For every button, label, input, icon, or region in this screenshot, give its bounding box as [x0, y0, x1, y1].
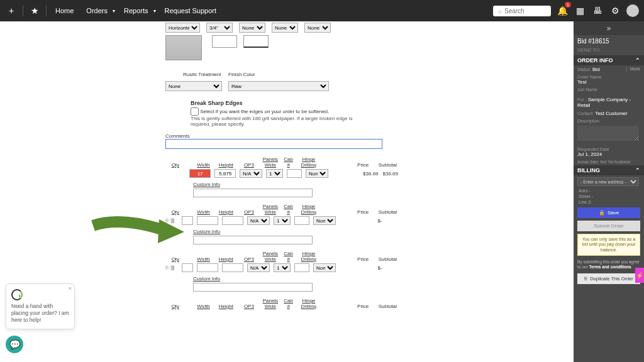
bid-title: Bid #18615 — [574, 35, 644, 47]
cab-input[interactable] — [294, 263, 309, 272]
qty-input[interactable] — [182, 263, 193, 272]
width-input[interactable] — [197, 216, 218, 225]
save-button[interactable]: 🔒Save — [577, 207, 640, 218]
chevron-down-icon: ▾ — [113, 8, 115, 14]
bolt-tab[interactable]: ⚡ — [635, 268, 644, 283]
actdate: Actual date: Not Yet Available — [577, 160, 640, 164]
material-swatch — [165, 35, 202, 60]
nav-home[interactable]: Home — [52, 4, 77, 17]
star-icon[interactable]: ★ — [28, 4, 41, 17]
terms-text: By submitting this order you agree to ou… — [574, 258, 644, 271]
hinge-select[interactable]: None — [306, 169, 328, 178]
col-qty: Qty — [170, 162, 180, 168]
gear-icon[interactable]: ⚙ — [609, 4, 621, 17]
grain-select[interactable]: Horizontal — [165, 23, 200, 33]
nav-reports[interactable]: Reports — [120, 4, 152, 17]
line-subtotal: $36.69 — [382, 171, 398, 177]
col-width: Width — [194, 209, 213, 215]
op3-select[interactable]: N/A — [247, 216, 270, 225]
col-width: Width — [194, 162, 213, 168]
close-icon[interactable]: × — [69, 285, 72, 293]
height-input[interactable] — [222, 216, 243, 225]
col-panels: Panels Wide — [263, 156, 278, 168]
col-op3: OP3 — [239, 256, 258, 262]
search-box[interactable]: ⌕ — [493, 6, 551, 16]
line-row: N/A 1 None $36.69 $36.69 — [165, 169, 398, 178]
col-panels: Panels Wide — [263, 251, 278, 262]
finish-select[interactable]: Raw — [228, 81, 329, 91]
col-panels: Panels Wide — [263, 204, 278, 215]
desc-label: Description — [577, 119, 640, 123]
col-hinge: Hinge Drilling — [299, 298, 318, 309]
panels-select[interactable]: 1 — [274, 263, 291, 272]
nav-support[interactable]: Request Support — [161, 4, 221, 17]
custom-info-input[interactable] — [193, 283, 313, 292]
chevron-up-icon[interactable]: ⌃ — [635, 167, 640, 173]
custom-info-input[interactable] — [193, 189, 313, 197]
bell-icon[interactable]: 🔔1 — [556, 4, 569, 17]
nav-orders[interactable]: Orders — [82, 4, 111, 17]
hinge-select[interactable]: None — [313, 263, 336, 272]
chat-bubble-icon[interactable]: 💬 — [6, 336, 23, 353]
op3-select[interactable]: N/A — [247, 263, 270, 272]
custom-info-link[interactable]: Custom Info — [193, 276, 398, 282]
chat-message: Need a hand with placing your order? I a… — [11, 303, 69, 323]
break-edges-label: Select if you want the edges on your ord… — [200, 109, 329, 114]
width-input[interactable] — [197, 263, 218, 272]
more-link[interactable]: ⋮ More — [625, 67, 640, 72]
search-input[interactable] — [504, 8, 542, 14]
op3-select[interactable]: N/A — [240, 169, 262, 178]
rustic-label: Rustic Treatment — [183, 72, 222, 77]
desc-textarea[interactable] — [577, 126, 639, 141]
chevron-up-icon[interactable]: ⌃ — [635, 57, 640, 63]
collapse-icon[interactable]: » — [574, 21, 644, 35]
edge2-select[interactable]: None — [272, 23, 298, 33]
profile1 — [212, 35, 237, 48]
comments-input[interactable] — [165, 139, 382, 149]
terms-link[interactable]: Terms and conditions — [589, 265, 631, 269]
contact-value: Test Customer — [595, 111, 628, 116]
panels-select[interactable]: 1 — [266, 169, 283, 178]
sendto-label: SEND TO — [574, 47, 644, 55]
edge3-select[interactable]: None — [304, 23, 331, 33]
panels-select[interactable]: 1 — [274, 216, 291, 225]
break-edges-check[interactable] — [191, 107, 199, 116]
break-edges-title: Break Sharp Edges — [191, 100, 398, 106]
thickness-select[interactable]: 3/4" — [206, 23, 233, 33]
hinge-select[interactable]: None — [313, 216, 336, 225]
avatar[interactable] — [626, 4, 639, 17]
height-input[interactable] — [214, 169, 236, 178]
print-icon[interactable]: 🖶 — [591, 4, 604, 17]
rustic-select[interactable]: None — [165, 81, 222, 91]
custom-info-link[interactable]: Custom Info — [193, 182, 398, 187]
addr-line2: Line 2: — [574, 199, 644, 205]
custom-info-input[interactable] — [193, 236, 313, 244]
add-icon[interactable]: + — [5, 4, 18, 17]
copy-icon[interactable]: ⎘ — [165, 265, 169, 271]
custom-info-link[interactable]: Custom Info — [193, 229, 398, 234]
line-price: $- — [370, 218, 382, 224]
col-op3: OP3 — [239, 162, 258, 168]
height-input[interactable] — [222, 263, 243, 272]
col-subtotal: Subtotal — [377, 256, 398, 262]
delete-icon[interactable]: 🗑 — [170, 265, 175, 271]
cab-input[interactable] — [287, 169, 302, 178]
edge1-select[interactable]: None — [239, 23, 265, 33]
address-select[interactable]: - Enter a new address - — [577, 177, 639, 186]
col-hinge: Hinge Drilling — [299, 251, 318, 262]
col-price: Price — [353, 162, 374, 168]
col-hinge: Hinge Drilling — [299, 156, 318, 168]
divider — [23, 5, 23, 16]
order-info-header[interactable]: ORDER INFO — [577, 57, 613, 63]
width-input[interactable] — [189, 169, 211, 178]
col-subtotal: Subtotal — [377, 304, 398, 309]
comments-label: Comments — [165, 133, 398, 139]
col-price: Price — [353, 256, 374, 262]
divider — [46, 5, 47, 16]
submit-button: Submit Order — [577, 221, 640, 231]
cab-input[interactable] — [294, 216, 309, 225]
billing-header[interactable]: BILLING — [577, 167, 600, 173]
duplicate-button[interactable]: ⎘Duplicate This Order — [577, 273, 640, 284]
calendar-icon[interactable]: ▦ — [574, 4, 586, 17]
col-cab: Cab # — [282, 298, 295, 309]
